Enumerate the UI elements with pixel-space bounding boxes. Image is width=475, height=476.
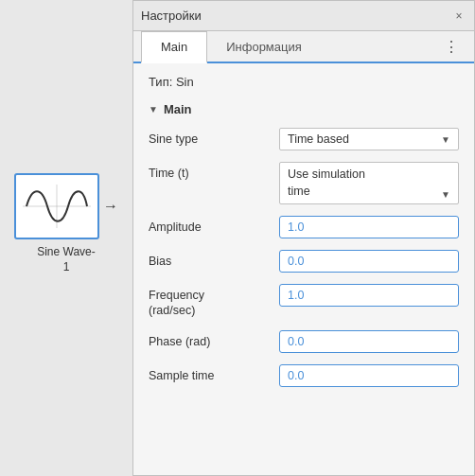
settings-panel: Настройки × Main Информация ⋮ Тип: Sin ▼… [132, 0, 475, 476]
title-bar: Настройки × [133, 1, 474, 31]
param-row-sample-time: Sample time [149, 364, 459, 387]
phase-input[interactable] [279, 330, 459, 353]
dialog-title: Настройки [141, 9, 446, 23]
bias-label: Bias [149, 250, 272, 269]
time-dropdown[interactable]: Use simulationtime ▼ [279, 162, 459, 204]
sample-time-label: Sample time [149, 364, 272, 383]
frequency-input[interactable] [279, 284, 459, 307]
section-title: Main [164, 102, 192, 116]
frequency-control[interactable] [279, 284, 459, 307]
block-label: Sine Wave-1 [37, 245, 96, 274]
time-control[interactable]: Use simulationtime ▼ [279, 162, 459, 204]
phase-control[interactable] [279, 330, 459, 353]
param-row-frequency: Frequency(rad/sec) [149, 284, 459, 319]
time-arrow: ▼ [441, 189, 450, 200]
param-row-bias: Bias [149, 250, 459, 273]
amplitude-control[interactable] [279, 216, 459, 238]
bias-control[interactable] [279, 250, 459, 273]
sample-time-control[interactable] [279, 364, 459, 387]
sine-type-label: Sine type [149, 128, 272, 147]
tab-main[interactable]: Main [141, 31, 207, 63]
sine-wave-icon [23, 185, 91, 228]
sine-type-arrow: ▼ [441, 134, 450, 145]
amplitude-label: Amplitude [149, 216, 272, 235]
sample-time-input[interactable] [279, 364, 459, 387]
sine-wave-block[interactable] [14, 173, 99, 239]
bias-input[interactable] [279, 250, 459, 273]
content-area: Тип: Sin ▼ Main Sine type Time based ▼ T… [133, 63, 474, 475]
param-row-time: Time (t) Use simulationtime ▼ [149, 162, 459, 204]
sine-type-control[interactable]: Time based ▼ [279, 128, 459, 150]
type-label: Тип: Sin [149, 75, 459, 89]
time-value: Use simulationtime [288, 167, 365, 200]
section-header: ▼ Main [149, 102, 459, 116]
output-arrow: → [103, 198, 118, 215]
frequency-label: Frequency(rad/sec) [149, 284, 272, 319]
left-panel: → Sine Wave-1 [0, 0, 132, 476]
time-label: Time (t) [149, 162, 272, 181]
param-row-phase: Phase (rad) [149, 330, 459, 353]
sine-type-dropdown[interactable]: Time based ▼ [279, 128, 459, 150]
tab-menu-button[interactable]: ⋮ [436, 34, 466, 60]
sine-type-value: Time based [288, 132, 349, 146]
param-row-amplitude: Amplitude [149, 216, 459, 238]
amplitude-input[interactable] [279, 216, 459, 238]
tab-info[interactable]: Информация [207, 32, 321, 62]
block-container: → Sine Wave-1 [14, 173, 118, 274]
param-row-sine-type: Sine type Time based ▼ [149, 128, 459, 150]
tab-bar: Main Информация ⋮ [133, 31, 474, 63]
block-wrapper: → [14, 173, 118, 239]
collapse-triangle[interactable]: ▼ [149, 104, 158, 115]
phase-label: Phase (rad) [149, 330, 272, 349]
close-button[interactable]: × [451, 9, 466, 24]
